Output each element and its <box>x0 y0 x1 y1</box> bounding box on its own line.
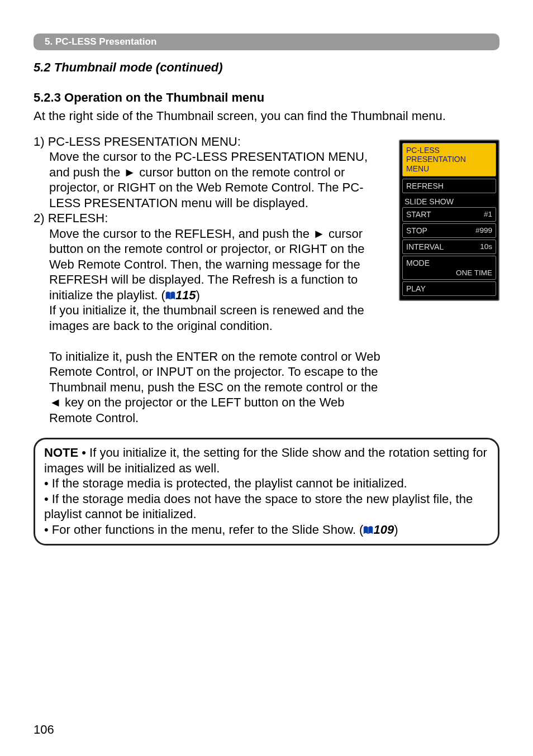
note-b2: • If the storage media is protected, the… <box>44 476 489 491</box>
menu-item-pcless[interactable]: PC-LESS PRESENTATION MENU <box>402 143 496 176</box>
stop-value: #999 <box>475 226 492 235</box>
menu-title-l2: PRESENTATION <box>406 155 492 164</box>
item2-head: 2) REFLESH: <box>34 211 108 225</box>
interval-label: INTERVAL <box>406 242 444 251</box>
page-ref-115: 115 <box>175 288 196 302</box>
stop-label: STOP <box>406 226 427 235</box>
menu-item-play[interactable]: PLAY <box>402 281 496 296</box>
right-column: PC-LESS PRESENTATION MENU REFRESH SLIDE … <box>399 134 499 426</box>
mode-value: ONE TIME <box>456 269 492 277</box>
manual-page: 5. PC-LESS Presentation 5.2 Thumbnail mo… <box>0 0 533 756</box>
content-columns: 1) PC-LESS PRESENTATION MENU: Move the c… <box>34 134 499 426</box>
play-label: PLAY <box>406 284 426 293</box>
banner-text: 5. PC-LESS Presentation <box>45 36 156 47</box>
note-b4a: • For other functions in the menu, refer… <box>44 523 363 537</box>
start-value: #1 <box>484 210 492 218</box>
page-number: 106 <box>34 722 54 737</box>
menu-item-interval[interactable]: INTERVAL 10s <box>402 240 496 254</box>
note-b3: • If the storage media does not have the… <box>44 491 489 522</box>
menu-item-start[interactable]: START #1 <box>402 207 496 222</box>
note-b1: • If you initialize it, the setting for … <box>44 446 487 475</box>
item2-body-a: Move the cursor to the REFLESH, and push… <box>49 227 365 302</box>
section-heading: 5.2.3 Operation on the Thumbnail menu <box>34 90 499 105</box>
list-item-1: 1) PC-LESS PRESENTATION MENU: Move the c… <box>34 134 382 211</box>
item2-body-c: If you initialize it, the thumbnail scre… <box>49 303 382 333</box>
menu-item-stop[interactable]: STOP #999 <box>402 223 496 238</box>
book-icon <box>363 526 373 535</box>
left-column: 1) PC-LESS PRESENTATION MENU: Move the c… <box>34 134 382 426</box>
menu-title-l1: PC-LESS <box>406 146 492 155</box>
intro-text: At the right side of the Thumbnail scree… <box>34 108 499 124</box>
note-b4b: ) <box>394 523 398 537</box>
menu-item-refresh[interactable]: REFRESH <box>402 179 496 193</box>
subsection-continued: 5.2 Thumbnail mode (continued) <box>34 60 499 75</box>
note-label: NOTE <box>44 446 78 460</box>
item2-body: Move the cursor to the REFLESH, and push… <box>34 226 382 426</box>
mode-label: MODE <box>406 259 430 267</box>
refresh-label: REFRESH <box>406 181 444 190</box>
item2-body-d: To initialize it, push the ENTER on the … <box>49 349 382 426</box>
slideshow-group-label: SLIDE SHOW <box>402 195 496 207</box>
book-icon <box>165 291 175 300</box>
section-banner: 5. PC-LESS Presentation <box>34 34 499 50</box>
start-label: START <box>406 210 431 219</box>
interval-value: 10s <box>480 242 492 251</box>
note-b4: • For other functions in the menu, refer… <box>44 522 489 538</box>
item1-body: Move the cursor to the PC-LESS PRESENTAT… <box>34 149 382 210</box>
thumbnail-menu-panel: PC-LESS PRESENTATION MENU REFRESH SLIDE … <box>399 140 499 301</box>
note-box: NOTE • If you initialize it, the setting… <box>34 438 499 546</box>
item2-body-b: ) <box>196 288 200 302</box>
list-item-2: 2) REFLESH: Move the cursor to the REFLE… <box>34 210 382 425</box>
menu-item-mode[interactable]: MODE ONE TIME <box>402 256 496 280</box>
page-ref-109: 109 <box>373 523 394 537</box>
item1-head: 1) PC-LESS PRESENTATION MENU: <box>34 135 241 149</box>
menu-title-l3: MENU <box>406 164 492 174</box>
